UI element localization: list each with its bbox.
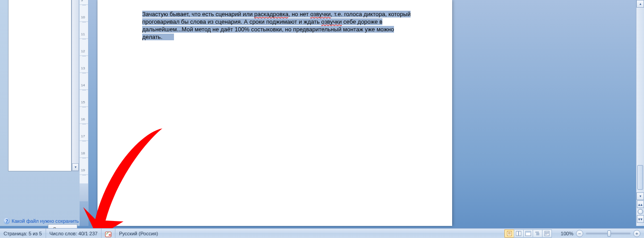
- svg-rect-13: [545, 233, 549, 234]
- ruler-tick: 9: [80, 0, 88, 5]
- zoom-out-button[interactable]: −: [576, 230, 583, 237]
- svg-rect-9: [536, 233, 539, 234]
- svg-rect-2: [508, 233, 511, 234]
- view-web-layout-button[interactable]: [523, 230, 533, 238]
- zoom-slider-handle[interactable]: [607, 230, 611, 237]
- svg-rect-12: [545, 232, 549, 233]
- svg-rect-4: [516, 231, 518, 236]
- status-proofing[interactable]: ✕: [102, 229, 115, 238]
- svg-rect-3: [508, 234, 511, 234]
- view-full-screen-reading-button[interactable]: [514, 230, 524, 238]
- browse-object-nav: ▴▴ ▾▾: [636, 200, 644, 226]
- next-page-button[interactable]: ▾▾: [637, 215, 644, 223]
- status-page-label: Страница: 5 из 5: [4, 231, 42, 236]
- scroll-down-icon[interactable]: ▾: [72, 163, 79, 171]
- document-text-selection[interactable]: Зачастую бывает, что есть сценарий или р…: [142, 10, 424, 41]
- previous-page-button[interactable]: ▴▴: [637, 200, 644, 208]
- view-buttons-group: [505, 229, 552, 238]
- scrollbar-thumb[interactable]: [637, 165, 643, 190]
- ruler-tick: 13: [80, 64, 88, 73]
- ruler-tick: 10: [80, 13, 88, 22]
- svg-rect-1: [508, 232, 511, 233]
- scroll-up-button[interactable]: ▴: [636, 0, 644, 8]
- vertical-ruler[interactable]: 9101112131415161718192021: [80, 0, 89, 201]
- view-outline-button[interactable]: [533, 230, 542, 238]
- ruler-tick: 17: [80, 132, 88, 141]
- svg-rect-7: [525, 231, 531, 233]
- thumbnail-viewport: [8, 0, 72, 171]
- status-language-label: Русский (Россия): [119, 231, 158, 236]
- scrollbar-track[interactable]: [637, 8, 644, 192]
- ruler-tick: 11: [80, 30, 88, 39]
- vertical-scrollbar[interactable]: ▴ ▾ ▴▴ ▾▾: [636, 0, 644, 226]
- zoom-in-button[interactable]: +: [633, 230, 640, 237]
- scroll-down-button[interactable]: ▾: [636, 192, 644, 200]
- status-page[interactable]: Страница: 5 из 5: [0, 229, 46, 238]
- thumbnail-scrollbar[interactable]: ▾: [72, 0, 79, 171]
- svg-rect-10: [536, 234, 539, 235]
- help-link-label: Какой файл нужно сохранить: [12, 218, 79, 224]
- ruler-tick: 19: [80, 166, 88, 175]
- ruler-tick: 15: [80, 98, 88, 107]
- status-word-count-label: Число слов: 40/1 237: [50, 231, 98, 236]
- status-bar: Страница: 5 из 5 Число слов: 40/1 237 ✕ …: [0, 228, 644, 238]
- zoom-level-label[interactable]: 100%: [555, 231, 573, 236]
- navigation-panel: ▾: [0, 0, 80, 226]
- ruler-tick: 18: [80, 149, 88, 158]
- ruler-tick: 14: [80, 81, 88, 90]
- view-draft-button[interactable]: [542, 230, 552, 238]
- help-link[interactable]: ? Какой файл нужно сохранить: [4, 218, 79, 224]
- zoom-slider[interactable]: [586, 233, 631, 234]
- vertical-ruler-end: [80, 201, 89, 226]
- select-browse-object-button[interactable]: [638, 209, 643, 214]
- view-print-layout-button[interactable]: [504, 230, 514, 238]
- help-icon: ?: [4, 218, 10, 224]
- status-word-count[interactable]: Число слов: 40/1 237: [46, 229, 102, 238]
- svg-rect-14: [545, 234, 547, 234]
- svg-rect-5: [519, 231, 521, 236]
- zoom-controls: 100% − +: [552, 229, 644, 238]
- ruler-tick: 12: [80, 47, 88, 56]
- svg-rect-8: [535, 232, 539, 233]
- status-language[interactable]: Русский (Россия): [115, 229, 161, 238]
- proofing-icon: ✕: [105, 230, 111, 237]
- ruler-tick: 16: [80, 115, 88, 124]
- document-page[interactable]: Зачастую бывает, что есть сценарий или р…: [97, 0, 452, 226]
